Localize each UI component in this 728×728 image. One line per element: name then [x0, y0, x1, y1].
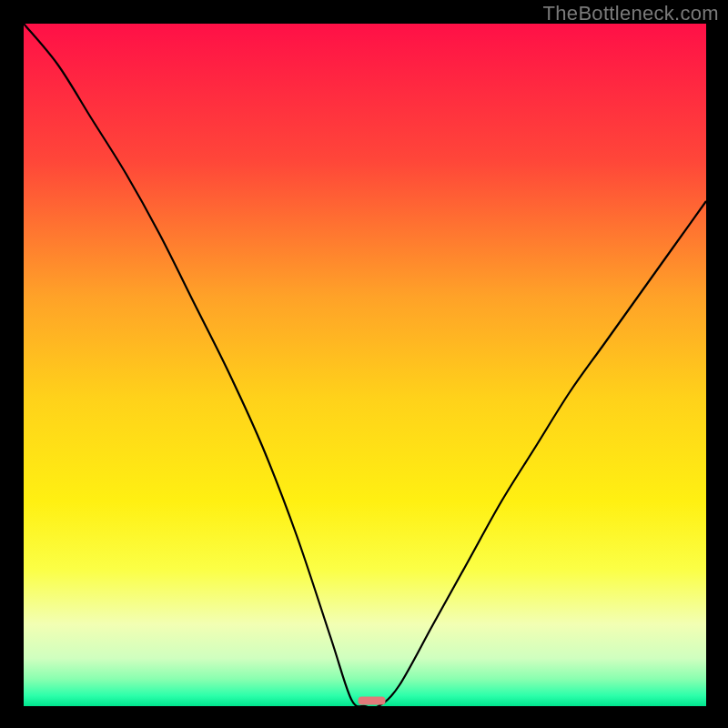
- chart-frame: TheBottleneck.com: [0, 0, 728, 728]
- optimum-marker: [359, 697, 386, 705]
- bottleneck-chart: [24, 24, 706, 706]
- watermark-text: TheBottleneck.com: [543, 2, 719, 25]
- gradient-background: [24, 24, 706, 706]
